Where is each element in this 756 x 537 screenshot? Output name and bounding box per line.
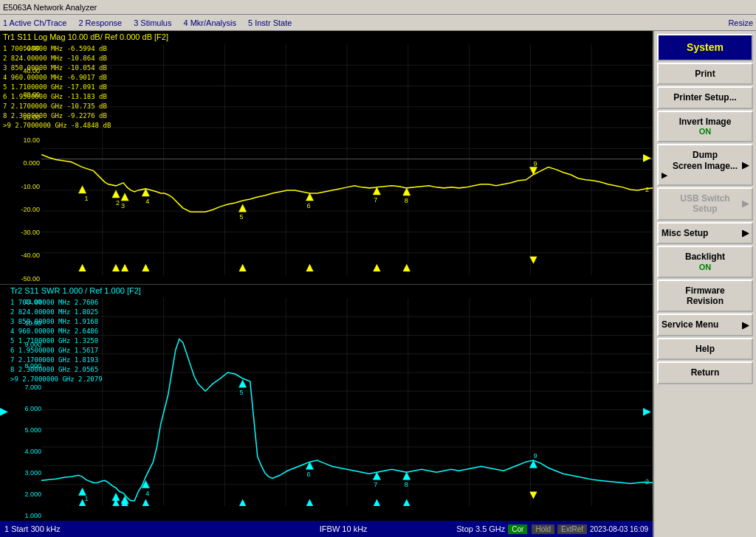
right-arrow-bottom: ▶ <box>643 405 651 417</box>
svg-marker-21 <box>78 186 86 193</box>
app-title: E5063A Network Analyzer <box>3 3 97 12</box>
trace-bottom-header: Tr2 S11 SWR 1.000 / Ref 1.000 [F2] <box>7 285 653 297</box>
chart-svg-bottom: 1 2 3 4 5 6 7 8 9 2 <box>41 298 653 507</box>
status-start: 1 Start 300 kHz <box>4 524 230 533</box>
status-ifbw: IFBW 10 kHz <box>230 524 456 533</box>
svg-marker-93 <box>306 499 313 506</box>
svg-marker-35 <box>403 188 410 195</box>
help-button[interactable]: Help <box>657 338 753 360</box>
svg-marker-33 <box>373 187 380 195</box>
svg-text:1: 1 <box>85 195 89 202</box>
svg-marker-92 <box>239 499 247 506</box>
svg-text:3: 3 <box>121 202 125 209</box>
svg-marker-47 <box>403 264 410 271</box>
svg-marker-46 <box>373 264 380 271</box>
svg-text:4: 4 <box>145 198 149 205</box>
svg-marker-48 <box>529 257 537 264</box>
firmware-revision-button[interactable]: Firmware Revision <box>657 280 753 313</box>
svg-marker-96 <box>529 491 537 499</box>
svg-marker-43 <box>142 264 149 271</box>
svg-marker-41 <box>112 264 120 271</box>
usb-switch-button[interactable]: USB Switch Setup ▶ <box>657 187 753 221</box>
menu-response[interactable]: 2 Response <box>78 18 122 27</box>
marker-table-bottom: 1 700.00000 MHz 2.7606 2 824.00000 MHz 1… <box>10 298 103 384</box>
menu-instr-state[interactable]: 5 Instr State <box>248 18 292 27</box>
hold-badge: Hold <box>532 524 554 534</box>
svg-text:7: 7 <box>374 196 377 204</box>
svg-text:9: 9 <box>533 452 537 460</box>
svg-text:8: 8 <box>405 197 408 204</box>
svg-text:5: 5 <box>240 389 244 396</box>
menu-stimulus[interactable]: 3 Stimulus <box>134 18 171 27</box>
printer-setup-button[interactable]: Printer Setup... <box>657 86 753 108</box>
svg-text:7: 7 <box>374 481 377 488</box>
svg-text:9: 9 <box>533 160 537 167</box>
trace-top: Tr1 S11 Log Mag 10.00 dB/ Ref 0.000 dB [… <box>0 31 653 285</box>
svg-marker-44 <box>239 264 247 271</box>
svg-marker-77 <box>239 380 247 387</box>
status-stop: Stop 3.5 GHz <box>456 524 505 533</box>
invert-image-button[interactable]: Invert Image ON <box>657 111 753 143</box>
svg-marker-94 <box>373 499 380 506</box>
svg-text:2: 2 <box>645 186 649 193</box>
title-bar: E5063A Network Analyzer <box>0 0 756 15</box>
chart-svg-top: 1 2 3 4 5 6 7 8 <box>41 44 653 275</box>
svg-marker-25 <box>121 193 128 201</box>
extref-badge: ExtRef <box>557 524 587 534</box>
misc-setup-button[interactable]: Misc Setup ▶ <box>657 222 753 244</box>
svg-marker-83 <box>403 472 410 479</box>
trace-top-header: Tr1 S11 Log Mag 10.00 dB/ Ref 0.000 dB [… <box>0 31 653 43</box>
cor-badge: Cor <box>508 524 527 534</box>
print-button[interactable]: Print <box>657 63 753 85</box>
svg-marker-95 <box>403 499 410 506</box>
svg-marker-45 <box>306 264 313 271</box>
svg-text:1: 1 <box>85 494 89 502</box>
return-button[interactable]: Return <box>657 361 753 384</box>
svg-text:2: 2 <box>645 478 649 485</box>
svg-text:6: 6 <box>306 471 310 478</box>
svg-marker-91 <box>142 499 149 506</box>
resize-link[interactable]: Resize <box>728 18 753 27</box>
svg-text:4: 4 <box>145 489 149 496</box>
datetime-display: 2023-08-03 16:09 <box>590 525 648 533</box>
dump-screen-button[interactable]: Dump Screen Image... ▶ <box>657 144 753 186</box>
status-bar: 1 Start 300 kHz IFBW 10 kHz Stop 3.5 GHz… <box>0 521 653 537</box>
svg-marker-29 <box>239 204 247 212</box>
marker-table-top: 1 700.00000 MHz -6.5994 dB 2 824.00000 M… <box>3 44 111 131</box>
trace-bottom: ▶ Tr2 S11 SWR 1.000 / Ref 1.000 [F2] 11.… <box>0 285 653 538</box>
system-button[interactable]: System <box>657 34 753 61</box>
chart-area: Tr1 S11 Log Mag 10.00 dB/ Ref 0.000 dB [… <box>0 31 653 537</box>
svg-text:6: 6 <box>306 202 310 209</box>
svg-marker-31 <box>306 193 313 201</box>
menu-bar: 1 Active Ch/Trace 2 Response 3 Stimulus … <box>0 15 756 31</box>
svg-marker-81 <box>373 472 380 479</box>
menu-active-ch[interactable]: 1 Active Ch/Trace <box>3 18 66 27</box>
svg-text:2: 2 <box>116 199 120 207</box>
svg-marker-23 <box>112 190 120 198</box>
menu-mkr[interactable]: 4 Mkr/Analysis <box>183 18 236 27</box>
backlight-button[interactable]: Backlight ON <box>657 246 753 278</box>
svg-text:5: 5 <box>240 213 244 221</box>
service-menu-button[interactable]: Service Menu ▶ <box>657 313 753 336</box>
svg-marker-40 <box>78 264 86 271</box>
active-trace-indicator: ▶ <box>0 405 8 417</box>
main-layout: Tr1 S11 Log Mag 10.00 dB/ Ref 0.000 dB [… <box>0 31 756 537</box>
sidebar: System Print Printer Setup... Invert Ima… <box>653 31 756 537</box>
svg-text:8: 8 <box>405 481 408 488</box>
svg-marker-42 <box>121 264 128 271</box>
right-arrow-top: ▶ <box>643 151 651 163</box>
